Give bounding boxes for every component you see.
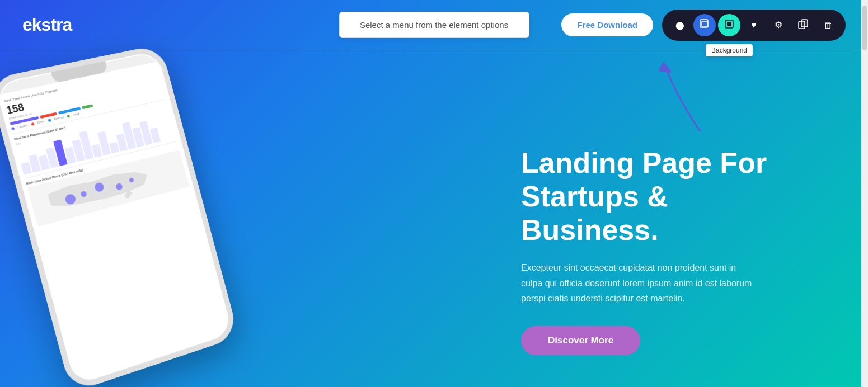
- hero-content: Landing Page For Startups & Business. Ex…: [521, 124, 801, 355]
- svg-marker-6: [658, 62, 672, 73]
- select-menu-box[interactable]: Select a menu from the element options: [339, 12, 529, 38]
- favorite-tool-button[interactable]: ♥: [743, 14, 765, 36]
- background-icon: [724, 19, 734, 31]
- circle-tool-button[interactable]: ⬤: [669, 14, 691, 36]
- layers-tool-button[interactable]: [693, 14, 716, 36]
- hero-title-line1: Landing Page For: [521, 147, 767, 179]
- heart-icon: ♥: [751, 20, 757, 30]
- trash-icon: 🗑: [824, 20, 832, 30]
- delete-tool-button[interactable]: 🗑: [817, 14, 839, 36]
- top-nav: ekstra Select a menu from the element op…: [0, 0, 868, 50]
- phone-mockup: Real-Time Active Users by Channel 158 ac…: [0, 45, 252, 369]
- phone-screen: Real-Time Active Users by Channel 158 ac…: [0, 61, 233, 385]
- free-download-button[interactable]: Free Download: [561, 13, 653, 36]
- duplicate-tool-button[interactable]: [792, 14, 814, 36]
- svg-rect-5: [801, 20, 808, 27]
- hero-title-line2: Startups & Business.: [521, 180, 668, 246]
- background-tooltip: Background: [706, 44, 753, 56]
- circle-icon: ⬤: [675, 21, 684, 30]
- hero-title: Landing Page For Startups & Business.: [521, 147, 801, 247]
- dot-referral: [48, 119, 51, 122]
- legend-direct: Direct: [37, 120, 45, 125]
- toolbar: ⬤: [662, 10, 846, 41]
- svg-rect-1: [702, 21, 707, 27]
- legend-total: Total: [73, 112, 79, 116]
- dot-organic: [11, 126, 15, 130]
- gear-icon: ⚙: [775, 20, 782, 30]
- svg-rect-0: [700, 20, 708, 27]
- scrollbar[interactable]: [861, 0, 868, 387]
- dot-direct: [31, 122, 34, 126]
- legend-organic: Organic: [17, 124, 28, 129]
- duplicate-icon: [798, 19, 808, 31]
- svg-rect-3: [727, 22, 731, 26]
- arrow-indicator: [622, 53, 711, 134]
- settings-tool-button[interactable]: ⚙: [767, 14, 790, 36]
- layers-icon: [700, 19, 710, 31]
- phone-outer: Real-Time Active Users by Channel 158 ac…: [0, 44, 239, 387]
- logo: ekstra: [22, 15, 72, 35]
- background-tool-container: Background: [718, 14, 740, 36]
- nav-right: Free Download ⬤: [561, 10, 846, 41]
- dot-total: [67, 114, 70, 117]
- hero-description: Excepteur sint occaecat cupidatat non pr…: [521, 261, 756, 306]
- legend-referral: Referral: [54, 115, 64, 121]
- y-label-1: 10/s: [15, 142, 21, 146]
- nav-center: Select a menu from the element options: [339, 12, 529, 38]
- discover-more-button[interactable]: Discover More: [521, 326, 640, 355]
- background-tool-button[interactable]: [718, 14, 740, 36]
- hero-section: ekstra Select a menu from the element op…: [0, 0, 868, 387]
